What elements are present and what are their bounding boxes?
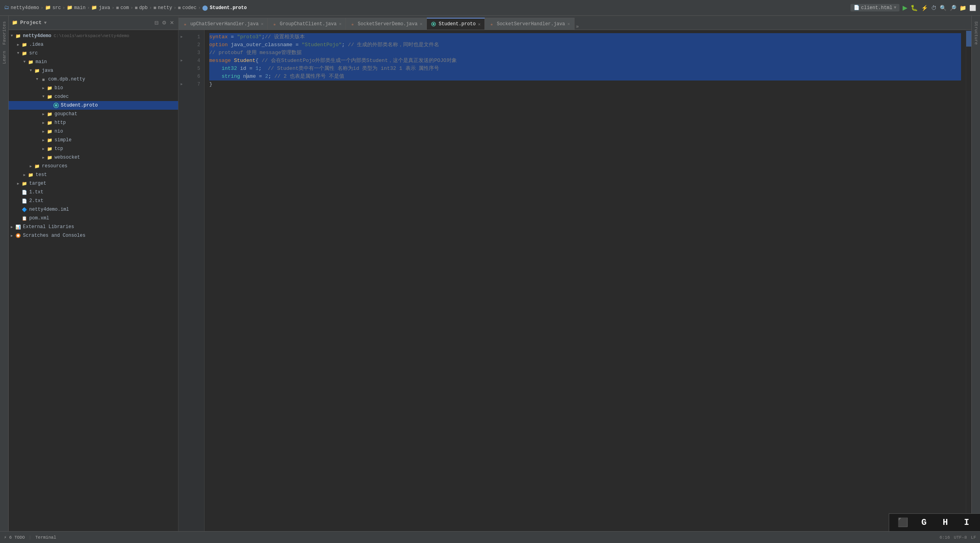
- tree-item-test[interactable]: 📁 test: [9, 170, 178, 179]
- scroll-thumb[interactable]: [966, 31, 971, 47]
- kw-option: option: [209, 42, 228, 48]
- line-ending-indicator[interactable]: LF: [971, 535, 976, 540]
- line-num-4: 4: [185, 57, 204, 65]
- panel-collapse-all-button[interactable]: ⊟: [154, 19, 160, 26]
- str-proto3: "proto3": [237, 34, 261, 40]
- tree-path-netty4demo: C:\tools\workspace\netty4demo: [54, 34, 129, 38]
- maximize-button[interactable]: ⬜: [969, 5, 976, 11]
- tree-label-codec: codec: [54, 94, 69, 99]
- tree-item-resources[interactable]: 📁 resources: [9, 162, 178, 170]
- tree-item-scratches[interactable]: Scratches and Consoles: [9, 231, 178, 240]
- tree-label-1txt: 1.txt: [29, 189, 43, 195]
- breadcrumb-netty4demo[interactable]: netty4demo: [11, 5, 39, 11]
- breadcrumb-codec[interactable]: codec: [182, 5, 197, 11]
- tree-label-bio: bio: [54, 85, 63, 91]
- taskbar-g[interactable]: G: [917, 515, 931, 530]
- taskbar-usb[interactable]: ⬛: [896, 515, 910, 530]
- run-config-selector[interactable]: 📄 client.html ▼: [850, 4, 899, 11]
- java-folder-icon: 📁: [34, 67, 40, 74]
- tree-item-target[interactable]: 📁 target: [9, 179, 178, 188]
- folder-src-icon: 📁: [45, 5, 51, 11]
- folder-main-icon: 📁: [67, 5, 73, 11]
- tree-item-2txt[interactable]: 📄 2.txt: [9, 197, 178, 205]
- tree-item-simple[interactable]: 📁 simple: [9, 136, 178, 144]
- breadcrumb-com[interactable]: com: [120, 5, 129, 11]
- tree-item-main[interactable]: 📁 main: [9, 58, 178, 66]
- tab-studentproto-close[interactable]: ✕: [478, 22, 481, 27]
- tab-socketserverdemo[interactable]: ☕ SocketServerDemo.java ✕: [346, 18, 427, 30]
- find-button[interactable]: 🔍: [940, 5, 946, 11]
- encoding-indicator[interactable]: UTF-8: [954, 535, 967, 540]
- settings-button[interactable]: 📁: [959, 5, 966, 11]
- sidebar-favorites-label[interactable]: Favorites: [1, 18, 8, 48]
- tab-socketserverhandler[interactable]: ☕ SocketServerHandler.java ✕: [485, 18, 574, 30]
- nio-folder-icon: 📁: [47, 128, 53, 135]
- tab-groupchatclient[interactable]: ☕ GroupChatClient.java ✕: [268, 18, 346, 30]
- scroll-gutter[interactable]: [966, 30, 971, 543]
- structure-label[interactable]: Structure: [973, 18, 979, 48]
- tree-item-com-dpb-netty[interactable]: ◼ com.dpb.netty: [9, 75, 178, 84]
- tree-item-1txt[interactable]: 📄 1.txt: [9, 188, 178, 197]
- tree-item-ext-libs[interactable]: 📊 External Libraries: [9, 223, 178, 231]
- tab-groupchat[interactable]: ☕ upChatServerHandler.java ✕: [178, 18, 268, 30]
- panel-settings-button[interactable]: ⚙: [161, 19, 167, 26]
- tree-item-java[interactable]: 📁 java: [9, 66, 178, 75]
- tree-item-bio[interactable]: 📁 bio: [9, 84, 178, 92]
- debug-button[interactable]: 🐛: [911, 4, 918, 11]
- project-panel-dropdown[interactable]: ▼: [44, 21, 47, 25]
- tree-item-goupchat[interactable]: 📁 goupchat: [9, 110, 178, 118]
- tree-item-tcp[interactable]: 📁 tcp: [9, 144, 178, 153]
- tree-arrow-simple: [40, 138, 47, 142]
- profile-button[interactable]: ⏱: [931, 5, 937, 11]
- tree-label-netty4demo-iml: netty4demo.iml: [29, 207, 69, 212]
- tree-label-idea: .idea: [29, 42, 43, 47]
- code-editor[interactable]: syntax = "proto3";// 设置相关版本 option java_…: [205, 30, 966, 543]
- tree-label-src: src: [29, 51, 38, 56]
- tab-studentproto[interactable]: Student.proto ✕: [427, 18, 485, 30]
- breadcrumb-main[interactable]: main: [74, 5, 86, 11]
- main-folder-icon: 📁: [28, 59, 34, 65]
- breadcrumb-java[interactable]: java: [99, 5, 110, 11]
- breadcrumb-studentproto[interactable]: Student.proto: [210, 5, 247, 11]
- search-everywhere-button[interactable]: 🔎: [950, 5, 956, 11]
- panel-header-actions: ⊟ ⚙ ✕: [154, 19, 175, 26]
- tab-groupchat-close[interactable]: ✕: [261, 21, 264, 26]
- todo-button[interactable]: ⚡ 6 TODO: [4, 535, 25, 540]
- panel-close-button[interactable]: ✕: [169, 19, 175, 26]
- tree-item-netty4demo[interactable]: 📁 netty4demo C:\tools\workspace\netty4de…: [9, 32, 178, 40]
- line-col-indicator: 6:16: [939, 535, 950, 540]
- letter-i-icon: I: [964, 518, 969, 528]
- tree-item-websocket[interactable]: 📁 websocket: [9, 153, 178, 162]
- tab-groupchatclient-close[interactable]: ✕: [339, 21, 342, 26]
- sidebar-learn-label[interactable]: Learn: [1, 48, 8, 67]
- codec-folder-icon: 📁: [47, 94, 53, 100]
- breadcrumb-dpb[interactable]: dpb: [139, 5, 148, 11]
- tab-socketserverhandler-close[interactable]: ✕: [567, 21, 570, 26]
- tree-label-pom-xml: pom.xml: [29, 215, 49, 221]
- project-tree: 📁 netty4demo C:\tools\workspace\netty4de…: [9, 30, 178, 543]
- tree-item-idea[interactable]: 📁 .idea: [9, 40, 178, 49]
- tab-studentproto-icon: [431, 21, 436, 27]
- line-num-5: 5: [185, 65, 204, 73]
- tree-item-src[interactable]: 📁 src: [9, 49, 178, 58]
- tree-arrow-scratches: [9, 234, 15, 238]
- taskbar-i[interactable]: I: [959, 515, 974, 530]
- package-com-icon: ◼: [116, 5, 119, 11]
- tab-overflow-button[interactable]: »: [576, 24, 579, 30]
- tree-item-student-proto[interactable]: Student.proto: [9, 101, 178, 110]
- option-name: java_outer_classname =: [228, 42, 302, 48]
- tree-item-codec[interactable]: 📁 codec: [9, 92, 178, 101]
- taskbar-h[interactable]: H: [938, 515, 952, 530]
- run-button[interactable]: ▶: [903, 4, 907, 11]
- tree-label-resources: resources: [42, 163, 68, 169]
- tab-socketserverdemo-close[interactable]: ✕: [420, 21, 422, 26]
- bottom-status-bar: ⚡ 6 TODO | Terminal 6:16 UTF-8 LF: [0, 531, 980, 543]
- breadcrumb-src[interactable]: src: [53, 5, 61, 11]
- tree-item-pom-xml[interactable]: 📋 pom.xml: [9, 214, 178, 223]
- tree-item-http[interactable]: 📁 http: [9, 118, 178, 127]
- terminal-button[interactable]: Terminal: [35, 535, 56, 540]
- coverage-button[interactable]: ⚡: [921, 5, 928, 11]
- tree-item-nio[interactable]: 📁 nio: [9, 127, 178, 136]
- tree-item-netty4demo-iml[interactable]: 🔷 netty4demo.iml: [9, 205, 178, 214]
- breadcrumb-netty[interactable]: netty: [158, 5, 172, 11]
